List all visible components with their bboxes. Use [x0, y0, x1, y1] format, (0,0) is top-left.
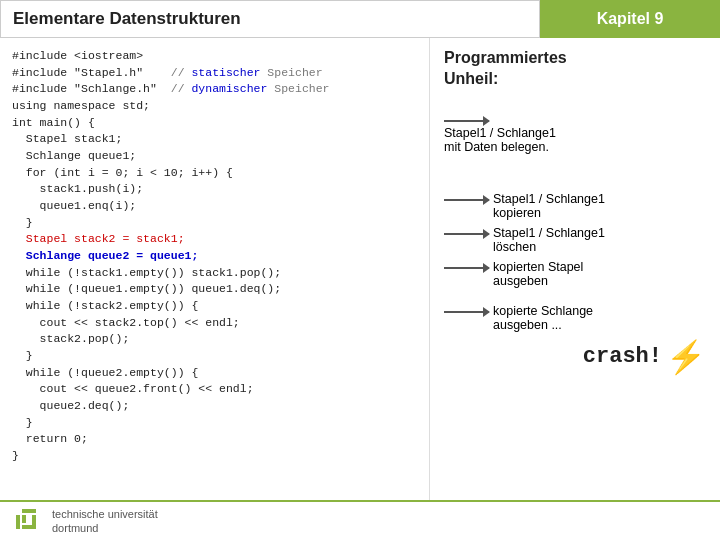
annotation-arrow-5	[444, 311, 489, 313]
annotation-3: Stapel1 / Schlange1löschen	[444, 226, 706, 254]
svg-rect-5	[22, 525, 36, 529]
code-line-11: }	[12, 215, 419, 232]
code-line-6: Stapel stack1;	[12, 131, 419, 148]
code-line-10: queue1.enq(i);	[12, 198, 419, 215]
code-line-20: while (!queue2.empty()) {	[12, 365, 419, 382]
annotation-1: Stapel1 / Schlange1mit Daten belegen.	[444, 108, 706, 154]
right-panel: Programmiertes Unheil: Stapel1 / Schlang…	[430, 38, 720, 500]
code-line-3: #include "Schlange.h" // dynamischer Spe…	[12, 81, 419, 98]
code-line-25: }	[12, 448, 419, 465]
code-line-9: stack1.push(i);	[12, 181, 419, 198]
annotation-arrow-3	[444, 233, 489, 235]
annotation-5-crash: kopierte Schlangeausgeben ... crash! ⚡	[444, 304, 706, 376]
code-line-15: while (!queue1.empty()) queue1.deq();	[12, 281, 419, 298]
code-line-17: cout << stack2.top() << endl;	[12, 315, 419, 332]
annotation-arrow-2	[444, 199, 489, 201]
lightning-icon: ⚡	[666, 338, 706, 376]
svg-rect-2	[22, 509, 36, 513]
page-title: Elementare Datenstrukturen	[0, 0, 540, 38]
code-line-2: #include "Stapel.h" // statischer Speich…	[12, 65, 419, 82]
code-line-21: cout << queue2.front() << endl;	[12, 381, 419, 398]
svg-rect-1	[16, 515, 20, 529]
footer-text: technische universität dortmund	[52, 507, 158, 536]
annotation-4: kopierten Stapelausgeben	[444, 260, 706, 288]
kapitel-badge: Kapitel 9	[540, 0, 720, 38]
code-line-8: for (int i = 0; i < 10; i++) {	[12, 165, 419, 182]
prog-title: Programmiertes Unheil:	[444, 48, 706, 90]
annotation-arrow-1	[444, 120, 489, 122]
code-line-23: }	[12, 415, 419, 432]
code-line-13: Schlange queue2 = queue1;	[12, 248, 419, 265]
tu-logo	[14, 507, 42, 535]
footer: technische universität dortmund	[0, 500, 720, 540]
annotation-2: Stapel1 / Schlange1kopieren	[444, 192, 706, 220]
code-line-22: queue2.deq();	[12, 398, 419, 415]
code-line-19: }	[12, 348, 419, 365]
svg-rect-3	[22, 515, 26, 523]
code-line-18: stack2.pop();	[12, 331, 419, 348]
code-line-1: #include <iostream>	[12, 48, 419, 65]
code-line-12: Stapel stack2 = stack1;	[12, 231, 419, 248]
annotation-arrow-4	[444, 267, 489, 269]
code-line-16: while (!stack2.empty()) {	[12, 298, 419, 315]
code-line-24: return 0;	[12, 431, 419, 448]
code-line-7: Schlange queue1;	[12, 148, 419, 165]
crash-text: crash!	[583, 344, 662, 369]
code-line-14: while (!stack1.empty()) stack1.pop();	[12, 265, 419, 282]
code-line-4: using namespace std;	[12, 98, 419, 115]
code-panel: #include <iostream> #include "Stapel.h" …	[0, 38, 430, 500]
code-line-5: int main() {	[12, 115, 419, 132]
